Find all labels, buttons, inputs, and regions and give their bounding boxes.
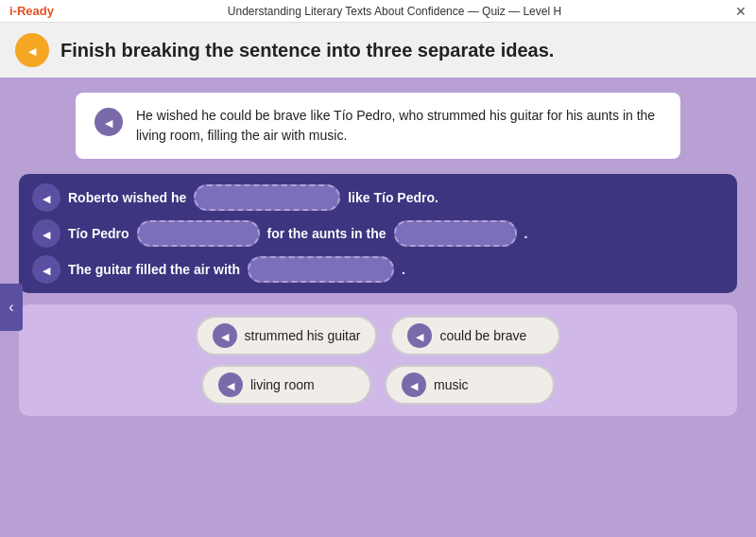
- speaker-icon: [410, 376, 418, 393]
- close-button[interactable]: ✕: [735, 4, 747, 19]
- speaker-icon: [43, 189, 50, 206]
- sentence2-middle: for the aunts in the: [267, 226, 387, 241]
- chip1-label: strummed his guitar: [245, 328, 361, 343]
- speaker-icon: [105, 113, 112, 130]
- sentence-row-3: The guitar filled the air with .: [32, 255, 724, 284]
- sentence3-speaker-button[interactable]: [32, 255, 60, 284]
- answer-chip-strummed[interactable]: strummed his guitar: [196, 316, 378, 355]
- answer-chip-brave[interactable]: could be brave: [390, 316, 560, 355]
- answer-chip-livingroom[interactable]: living room: [201, 365, 371, 405]
- instruction-speaker-button[interactable]: [15, 33, 49, 67]
- logo: i-Ready: [9, 4, 54, 18]
- speaker-icon: [227, 376, 234, 393]
- speaker-icon: [28, 42, 36, 59]
- quote-speaker-button[interactable]: [94, 108, 123, 136]
- quote-text: He wished he could be brave like Tío Ped…: [136, 106, 662, 146]
- sentence-row-1: Roberto wished he like Tío Pedro.: [32, 183, 724, 212]
- speaker-icon: [43, 261, 50, 278]
- sentence3-middle: .: [402, 262, 405, 277]
- sentence1-speaker-button[interactable]: [32, 183, 60, 212]
- answer-chip-music[interactable]: music: [385, 365, 555, 405]
- header-instruction-bar: Finish breaking the sentence into three …: [0, 23, 756, 78]
- answer-row-1: strummed his guitar could be brave: [38, 316, 718, 355]
- sentence2-blank1[interactable]: [137, 220, 260, 247]
- quote-box: He wished he could be brave like Tío Ped…: [76, 93, 680, 159]
- speaker-icon: [221, 327, 229, 344]
- sentence-rows: Roberto wished he like Tío Pedro. Tío Pe…: [19, 174, 737, 293]
- speaker-icon: [416, 327, 423, 344]
- sentence2-speaker-button[interactable]: [32, 219, 60, 248]
- answer-area: strummed his guitar could be brave livin…: [19, 304, 737, 416]
- chip2-label: could be brave: [439, 328, 526, 343]
- chip3-speaker-button[interactable]: [218, 372, 243, 397]
- sentence-row-2: Tío Pedro for the aunts in the .: [32, 219, 724, 248]
- chevron-left-icon: ‹: [9, 299, 13, 316]
- page-title: Understanding Literary Texts About Confi…: [228, 5, 561, 18]
- chip4-speaker-button[interactable]: [402, 372, 426, 397]
- instruction-text: Finish breaking the sentence into three …: [60, 40, 554, 61]
- sentence1-blank1[interactable]: [194, 184, 340, 211]
- sentence3-blank1[interactable]: [248, 256, 394, 283]
- sentence3-prefix: The guitar filled the air with: [68, 262, 240, 277]
- answer-row-2: living room music: [38, 365, 718, 405]
- chip1-speaker-button[interactable]: [213, 323, 237, 348]
- sentence1-prefix: Roberto wished he: [68, 190, 186, 205]
- speaker-icon: [43, 225, 50, 242]
- sentence2-blank2[interactable]: [394, 220, 517, 247]
- left-arrow-button[interactable]: ‹: [0, 284, 23, 331]
- main-content: ‹ He wished he could be brave like Tío P…: [0, 78, 756, 537]
- top-bar: i-Ready Understanding Literary Texts Abo…: [0, 0, 756, 23]
- sentence1-middle: like Tío Pedro.: [348, 190, 438, 205]
- sentence2-period: .: [524, 226, 528, 241]
- sentence2-prefix: Tío Pedro: [68, 226, 129, 241]
- chip2-speaker-button[interactable]: [407, 323, 432, 348]
- chip4-label: music: [434, 377, 469, 392]
- chip3-label: living room: [250, 377, 315, 392]
